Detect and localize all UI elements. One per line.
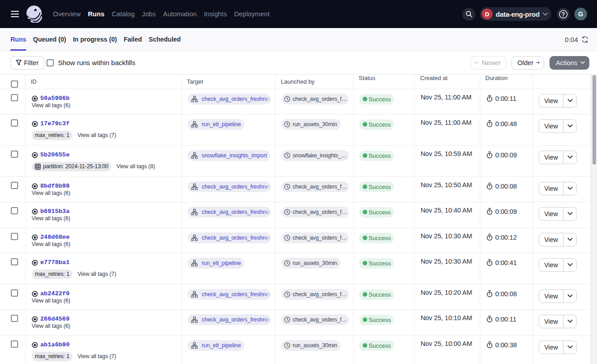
- svg-text:?: ?: [562, 11, 565, 17]
